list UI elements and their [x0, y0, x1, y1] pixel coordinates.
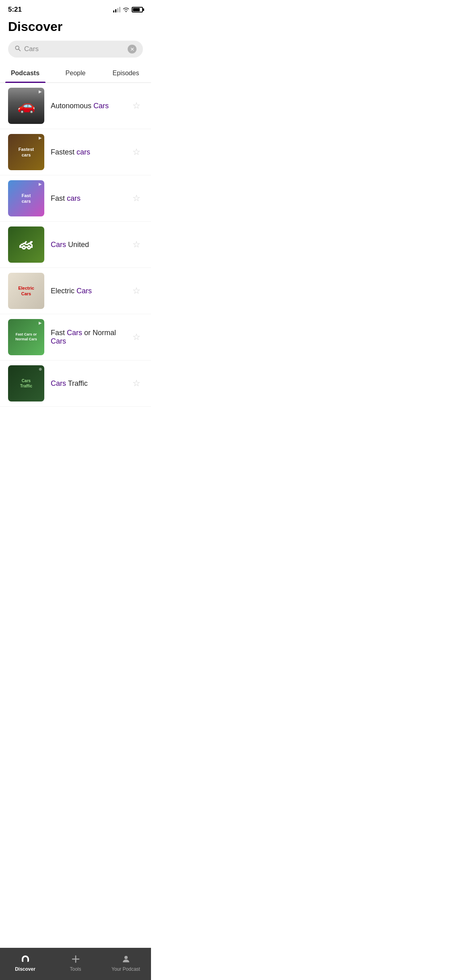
result-info: Fast cars: [51, 194, 124, 203]
favorite-button[interactable]: ☆: [130, 146, 143, 159]
wifi-icon: [123, 7, 129, 12]
tab-episodes[interactable]: Episodes: [101, 64, 151, 82]
tabs-container: Podcasts People Episodes: [0, 64, 151, 83]
thumbnail: 🏎: [8, 226, 44, 263]
status-time: 5:21: [8, 6, 22, 14]
thumbnail: Fastestcars ▶: [8, 134, 44, 170]
favorite-button[interactable]: ☆: [130, 238, 143, 251]
status-icons: [113, 7, 143, 12]
thumb-badge: ▶: [39, 89, 42, 94]
result-info: Cars Traffic: [51, 379, 124, 388]
list-item[interactable]: 🏎 Cars United ☆: [0, 222, 151, 268]
list-item[interactable]: Fastcars ▶ Fast cars ☆: [0, 175, 151, 222]
tab-podcasts[interactable]: Podcasts: [0, 64, 50, 82]
favorite-button[interactable]: ☆: [130, 192, 143, 205]
result-info: Autonomous Cars: [51, 102, 124, 110]
favorite-button[interactable]: ☆: [130, 284, 143, 297]
list-item[interactable]: Fastestcars ▶ Fastest cars ☆: [0, 129, 151, 175]
thumbnail: 🚗 ▶: [8, 88, 44, 124]
thumb-badge: ▶: [39, 321, 42, 325]
search-bar[interactable]: Cars ✕: [8, 41, 143, 58]
search-input[interactable]: Cars: [24, 45, 124, 53]
thumbnail: Fastcars ▶: [8, 180, 44, 216]
signal-icon: [113, 7, 120, 12]
svg-line-1: [19, 49, 20, 51]
result-title: Fastest cars: [51, 148, 90, 156]
favorite-button[interactable]: ☆: [130, 99, 143, 112]
tab-people[interactable]: People: [50, 64, 101, 82]
thumb-badge: ▶: [39, 182, 42, 186]
result-title: Fast cars: [51, 194, 81, 202]
result-info: Fastest cars: [51, 148, 124, 156]
result-info: Fast Cars or Normal Cars: [51, 329, 124, 346]
result-title: Cars Traffic: [51, 379, 88, 387]
result-title: Autonomous Cars: [51, 102, 109, 110]
thumbnail: CarsTraffic ⊕: [8, 365, 44, 401]
result-title: Electric Cars: [51, 287, 92, 295]
status-bar: 5:21: [0, 0, 151, 16]
search-container: Cars ✕: [0, 39, 151, 64]
page-title: Discover: [8, 19, 143, 34]
battery-icon: [132, 7, 143, 12]
thumb-badge: ▶: [39, 136, 42, 140]
result-info: Electric Cars: [51, 287, 124, 295]
thumbnail: Fast Cars orNormal Cars ▶: [8, 319, 44, 355]
page-header: Discover: [0, 16, 151, 39]
search-icon: [14, 45, 21, 53]
list-item[interactable]: CarsTraffic ⊕ Cars Traffic ☆: [0, 360, 151, 407]
favorite-button[interactable]: ☆: [130, 331, 143, 344]
list-item[interactable]: 🚗 ▶ Autonomous Cars ☆: [0, 83, 151, 129]
favorite-button[interactable]: ☆: [130, 377, 143, 390]
result-title: Cars United: [51, 241, 89, 249]
search-clear-button[interactable]: ✕: [128, 45, 137, 54]
list-item[interactable]: ElectricCars Electric Cars ☆: [0, 268, 151, 314]
thumb-badge: ⊕: [39, 367, 42, 371]
result-title: Fast Cars or Normal Cars: [51, 329, 116, 345]
result-info: Cars United: [51, 241, 124, 249]
thumbnail: ElectricCars: [8, 273, 44, 309]
list-item[interactable]: Fast Cars orNormal Cars ▶ Fast Cars or N…: [0, 314, 151, 360]
results-list: 🚗 ▶ Autonomous Cars ☆ Fastestcars ▶ Fast…: [0, 83, 151, 443]
